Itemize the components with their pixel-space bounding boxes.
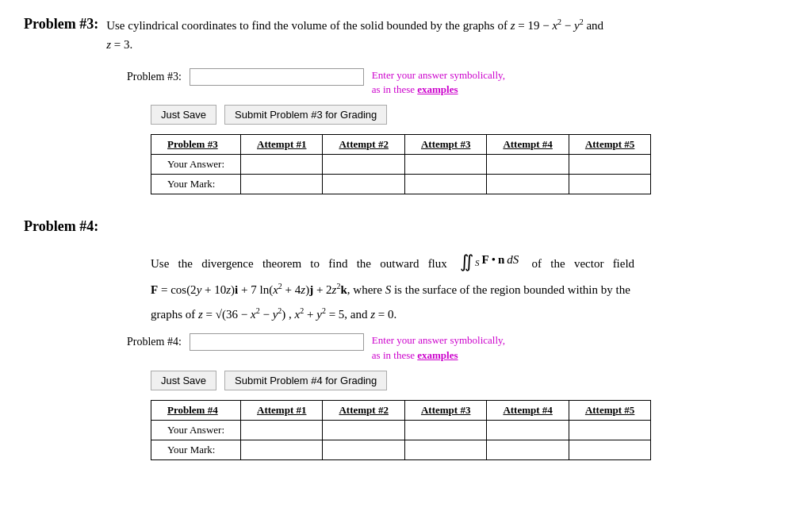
problem4-mark-a4 <box>487 440 569 459</box>
problem4-mark-a5 <box>569 440 650 459</box>
problem4-submit-button[interactable]: Submit Problem #4 for Grading <box>224 371 387 390</box>
problem4-answer-a1 <box>241 420 323 440</box>
problem4-flux-line: Use the divergence theorem to find the o… <box>151 249 788 275</box>
problem4-col5: Attempt #5 <box>569 400 650 420</box>
problem3-description: Use cylindrical coordinates to find the … <box>106 16 788 54</box>
problem4-button-row: Just Save Submit Problem #4 for Grading <box>151 371 788 390</box>
problem3-answer-a4 <box>487 155 569 175</box>
problem4-input-row: Problem #4: Enter your answer symbolical… <box>127 333 788 362</box>
problem4-col0: Problem #4 <box>151 400 241 420</box>
problem4-col1: Attempt #1 <box>241 400 323 420</box>
problem3-answer-a2 <box>323 155 404 175</box>
problem4-answer-a3 <box>404 420 486 440</box>
problem3-mark-a3 <box>404 175 486 194</box>
problem3-mark-a1 <box>241 175 323 194</box>
problem3-examples-link[interactable]: examples <box>417 83 458 95</box>
problem4-mark-row: Your Mark: <box>151 440 651 459</box>
problem4-answer-input[interactable] <box>190 333 364 351</box>
problem3-col2: Attempt #2 <box>323 135 404 155</box>
problem3-save-button[interactable]: Just Save <box>151 105 216 125</box>
problem3-col3: Attempt #3 <box>404 135 486 155</box>
problem3-button-row: Just Save Submit Problem #3 for Grading <box>151 105 788 125</box>
flux-expression: F • n dS <box>482 249 519 271</box>
flux-integral: ∬S F • n dS <box>460 249 519 271</box>
problem3-col1: Attempt #1 <box>241 135 323 155</box>
problem4-hint-line2: as in these <box>372 349 415 361</box>
problem4-mark-a1 <box>241 440 323 459</box>
problem4-answer-label: Your Answer: <box>151 420 241 440</box>
integral-subscript: S <box>475 256 480 271</box>
problem3-input-label: Problem #3: <box>127 68 182 83</box>
problem3-col0: Problem #3 <box>151 135 241 155</box>
problem3-mark-a5 <box>569 175 650 194</box>
problem3-equation2: z = 3. <box>106 38 132 51</box>
problem4-save-button[interactable]: Just Save <box>151 371 216 390</box>
problem3-hint-line2: as in these <box>372 83 415 95</box>
problem3-mark-label: Your Mark: <box>151 175 241 194</box>
problem3-title: Problem #3: <box>24 16 98 33</box>
problem3-mark-row: Your Mark: <box>151 175 651 194</box>
problem4-header: Problem #4: <box>24 218 788 235</box>
problem4-table-header-row: Problem #4 Attempt #1 Attempt #2 Attempt… <box>151 400 651 420</box>
problem4-hint: Enter your answer symbolically, as in th… <box>372 333 505 362</box>
problem4-mark-label: Your Mark: <box>151 440 241 459</box>
problem4-answer-a4 <box>487 420 569 440</box>
problem3-input-row: Problem #3: Enter your answer symbolical… <box>127 68 788 97</box>
problem4-col2: Attempt #2 <box>323 400 404 420</box>
problem3-answer-input[interactable] <box>190 68 364 86</box>
problem3-mark-a4 <box>487 175 569 194</box>
problem4-answer-a2 <box>323 420 404 440</box>
problem4-title: Problem #4: <box>24 218 98 235</box>
problem4-answer-a5 <box>569 420 650 440</box>
problem3-hint: Enter your answer symbolically, as in th… <box>372 68 505 97</box>
problem3-col5: Attempt #5 <box>569 135 650 155</box>
problem4-description: Use the divergence theorem to find the o… <box>151 249 788 325</box>
problem4-col4: Attempt #4 <box>487 400 569 420</box>
problem4-section: Problem #4: Use the divergence theorem t… <box>24 218 788 459</box>
problem3-answer-a5 <box>569 155 650 175</box>
double-integral-symbol: ∬ <box>460 253 473 271</box>
problem3-hint-line1: Enter your answer symbolically, <box>372 69 505 81</box>
problem3-answer-label: Your Answer: <box>151 155 241 175</box>
problem3-desc-text: Use cylindrical coordinates to find the … <box>106 19 603 32</box>
problem4-hint-line1: Enter your answer symbolically, <box>372 334 505 346</box>
problem4-attempts-table: Problem #4 Attempt #1 Attempt #2 Attempt… <box>151 400 651 460</box>
problem4-input-label: Problem #4: <box>127 333 182 348</box>
problem3-col4: Attempt #4 <box>487 135 569 155</box>
problem4-field-line2: graphs of z = √(36 − x2 − y2) , x2 + y2 … <box>151 304 788 325</box>
problem3-submit-button[interactable]: Submit Problem #3 for Grading <box>224 105 387 125</box>
problem4-mark-a2 <box>323 440 404 459</box>
problem4-col3: Attempt #3 <box>404 400 486 420</box>
problem3-table-header-row: Problem #3 Attempt #1 Attempt #2 Attempt… <box>151 135 651 155</box>
problem3-attempts-table: Problem #3 Attempt #1 Attempt #2 Attempt… <box>151 134 651 194</box>
problem4-field-line1: F = cos(2y + 10z)i + 7 ln(x2 + 4z)j + 2z… <box>151 279 788 301</box>
problem3-answer-a3 <box>404 155 486 175</box>
problem3-answer-a1 <box>241 155 323 175</box>
problem3-answer-row: Your Answer: <box>151 155 651 175</box>
problem3-header: Problem #3: Use cylindrical coordinates … <box>24 16 788 54</box>
problem4-examples-link[interactable]: examples <box>417 349 458 361</box>
problem4-mark-a3 <box>404 440 486 459</box>
problem4-answer-row: Your Answer: <box>151 420 651 440</box>
problem3-mark-a2 <box>323 175 404 194</box>
